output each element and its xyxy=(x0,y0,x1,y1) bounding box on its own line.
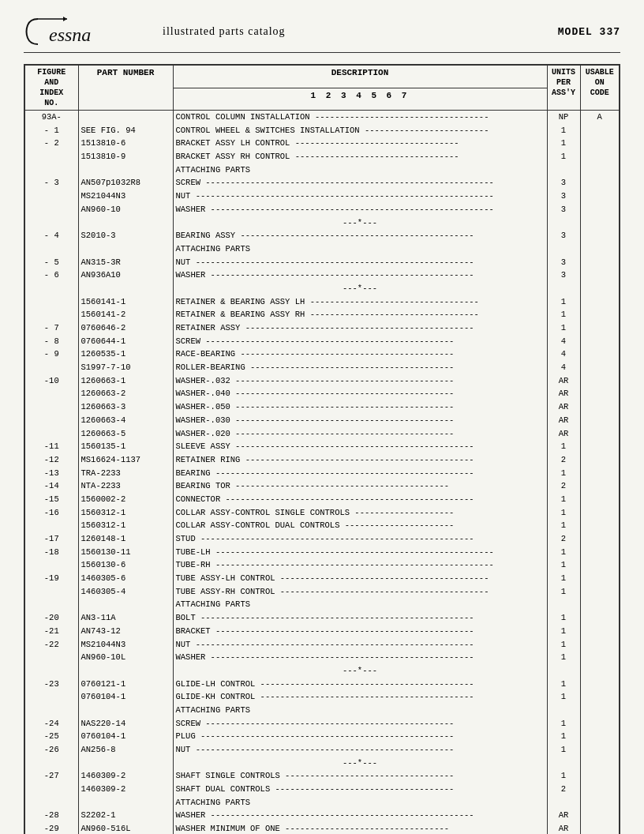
table-row: MS21044N3 NUT --------------------------… xyxy=(24,190,620,203)
cell-desc: NUT ------------------------------------… xyxy=(173,256,547,269)
cell-usable xyxy=(580,229,620,242)
cell-figure: -16 xyxy=(24,506,78,520)
cell-figure: -12 xyxy=(24,453,78,467)
cell-figure: -11 xyxy=(24,440,78,453)
cell-desc: CONNECTOR ------------------------------… xyxy=(173,493,547,506)
cell-figure: -22 xyxy=(24,638,78,652)
cell-figure: -27 xyxy=(24,769,78,783)
cell-part: TRA-2233 xyxy=(78,467,173,480)
cell-figure xyxy=(24,664,78,678)
cell-part: 1260663-2 xyxy=(78,387,173,400)
page: essna illustrated parts catalog MODEL 33… xyxy=(0,0,644,834)
cell-figure xyxy=(24,203,78,216)
page-header: essna illustrated parts catalog MODEL 33… xyxy=(24,16,620,53)
cell-desc: ---*--- xyxy=(173,757,547,770)
cell-figure xyxy=(24,783,78,796)
cell-usable xyxy=(580,809,620,822)
cell-units: 1 xyxy=(547,558,580,572)
cell-figure xyxy=(24,387,78,400)
cell-desc: ATTACHING PARTS xyxy=(173,163,547,177)
cell-usable xyxy=(580,295,620,309)
table-row: 1260663-3 WASHER-.050 ------------------… xyxy=(24,400,620,414)
table-header: FIGUREANDINDEXNO. PART NUMBER DESCRIPTIO… xyxy=(24,65,620,88)
cell-figure: 93A- xyxy=(24,111,78,124)
cell-units: 1 xyxy=(547,585,580,599)
table-row: ATTACHING PARTS xyxy=(24,704,620,717)
cell-part: MS21044N3 xyxy=(78,190,173,203)
cell-part: SEE FIG. 94 xyxy=(78,124,173,137)
cell-part: MS21044N3 xyxy=(78,638,173,652)
cell-part: 1560002-2 xyxy=(78,493,173,506)
table-row: 1260663-5 WASHER-.020 ------------------… xyxy=(24,427,620,441)
col-header-units: UNITSPERASS'Y xyxy=(547,65,580,111)
cell-part xyxy=(78,242,173,256)
cell-units: AR xyxy=(547,387,580,400)
cell-figure: -21 xyxy=(24,625,78,638)
cell-units: 1 xyxy=(547,295,580,309)
cell-part: AN960-516L xyxy=(78,822,173,834)
cell-desc: BEARING --------------------------------… xyxy=(173,467,547,480)
cell-units: 1 xyxy=(547,678,580,691)
cell-desc: NUT ------------------------------------… xyxy=(173,743,547,757)
cell-units: 4 xyxy=(547,361,580,374)
cell-usable xyxy=(580,796,620,810)
cell-part: 1260535-1 xyxy=(78,348,173,361)
table-row: -16 1560312-1 COLLAR ASSY-CONTROL SINGLE… xyxy=(24,506,620,520)
cell-units: AR xyxy=(547,809,580,822)
cell-desc: BRACKET ASSY RH CONTROL ----------------… xyxy=(173,150,547,163)
cell-figure: -17 xyxy=(24,532,78,546)
cell-usable xyxy=(580,348,620,361)
cell-figure: - 6 xyxy=(24,269,78,282)
cell-part: AN256-8 xyxy=(78,743,173,757)
cell-desc: WASHER ---------------------------------… xyxy=(173,269,547,282)
table-row: -20 AN3-11A BOLT -----------------------… xyxy=(24,611,620,625)
cell-desc: SHAFT SINGLE CONTROLS ------------------… xyxy=(173,769,547,783)
cell-usable xyxy=(580,440,620,453)
cell-part: 1560141-2 xyxy=(78,308,173,321)
cell-usable xyxy=(580,176,620,190)
cell-desc: NUT ------------------------------------… xyxy=(173,638,547,652)
cell-desc: COLLAR ASSY-CONTROL SINGLE CONTROLS ----… xyxy=(173,506,547,520)
cell-desc: GLIDE-LH CONTROL -----------------------… xyxy=(173,678,547,691)
cell-units xyxy=(547,664,580,678)
cell-part: 1260663-1 xyxy=(78,374,173,388)
cell-usable xyxy=(580,532,620,546)
table-row: - 3 AN507p1032R8 SCREW -----------------… xyxy=(24,176,620,190)
cell-usable xyxy=(580,256,620,269)
cell-units: 1 xyxy=(547,493,580,506)
table-row: - 9 1260535-1 RACE-BEARING -------------… xyxy=(24,348,620,361)
table-row: -25 0760104-1 PLUG ---------------------… xyxy=(24,730,620,743)
cell-figure: -10 xyxy=(24,374,78,388)
cell-part: 1460305-4 xyxy=(78,585,173,599)
cell-desc: SHAFT DUAL CONTROLS --------------------… xyxy=(173,783,547,796)
cell-units: 3 xyxy=(547,203,580,216)
cell-desc: WASHER ---------------------------------… xyxy=(173,203,547,216)
cell-figure: -28 xyxy=(24,809,78,822)
cell-desc: RETAINER & BEARING ASSY LH -------------… xyxy=(173,295,547,309)
cell-usable xyxy=(580,308,620,321)
cell-part: AN315-3R xyxy=(78,256,173,269)
cell-figure xyxy=(24,690,78,704)
cell-usable xyxy=(580,163,620,177)
cell-desc: BEARING TOR ----------------------------… xyxy=(173,479,547,493)
cell-part xyxy=(78,664,173,678)
cell-units xyxy=(547,163,580,177)
cell-usable xyxy=(580,506,620,520)
cell-figure xyxy=(24,190,78,203)
cell-desc: SLEEVE ASSY ----------------------------… xyxy=(173,440,547,453)
table-row: -24 NAS220-14 SCREW --------------------… xyxy=(24,717,620,731)
cell-desc: ---*--- xyxy=(173,282,547,295)
table-row: AN960-10L WASHER -----------------------… xyxy=(24,651,620,664)
cell-usable xyxy=(580,335,620,348)
cell-desc: ROLLER-BEARING -------------------------… xyxy=(173,361,547,374)
table-row: ATTACHING PARTS xyxy=(24,598,620,611)
table-row: 93A- CONTROL COLUMN INSTALLATION -------… xyxy=(24,111,620,124)
cell-figure xyxy=(24,558,78,572)
cell-units: 2 xyxy=(547,453,580,467)
cell-usable xyxy=(580,704,620,717)
cell-figure xyxy=(24,598,78,611)
cell-desc: STUD -----------------------------------… xyxy=(173,532,547,546)
cell-part: AN507p1032R8 xyxy=(78,176,173,190)
cell-figure: - 2 xyxy=(24,137,78,150)
cell-desc: RACE-BEARING ---------------------------… xyxy=(173,348,547,361)
